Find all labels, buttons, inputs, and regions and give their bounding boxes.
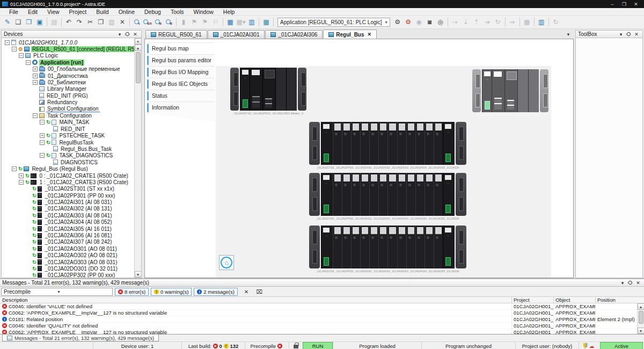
scroll-up-icon[interactable]: ▲ bbox=[135, 45, 142, 51]
io-module[interactable] bbox=[333, 226, 342, 268]
io-module[interactable] bbox=[342, 122, 351, 165]
io-module[interactable] bbox=[369, 226, 378, 268]
io-module[interactable] bbox=[415, 173, 425, 216]
term-module[interactable] bbox=[472, 69, 481, 112]
tree-item[interactable]: −Task Configuration bbox=[3, 112, 134, 119]
tree-item[interactable]: −↻TASK_DIAGNOSTICS bbox=[3, 152, 134, 159]
devices-dropdown-icon[interactable]: ▾ bbox=[116, 32, 123, 37]
tree-item[interactable]: DIAGNOSTICS bbox=[3, 159, 134, 165]
step-over-icon[interactable]: ⇢ bbox=[450, 17, 460, 27]
io-module[interactable] bbox=[378, 122, 387, 165]
io-module[interactable] bbox=[333, 173, 342, 216]
menu-file[interactable]: File bbox=[4, 9, 23, 15]
io-module[interactable] bbox=[360, 173, 369, 216]
rack-3[interactable]: _01CJA02ST301 _01CJA02PP301 _01CJA02AI30… bbox=[308, 173, 467, 220]
column-project[interactable]: Project bbox=[511, 297, 553, 303]
restore-button[interactable]: ❐ bbox=[618, 2, 630, 7]
pp-module[interactable] bbox=[482, 69, 492, 112]
cut-icon[interactable]: ✂ bbox=[85, 17, 95, 27]
print-icon[interactable]: ▤ bbox=[49, 17, 59, 27]
devices-scrollbar[interactable]: ▾ ▲ ▼ bbox=[134, 38, 141, 278]
filter-error-button[interactable]: ✕8 error(s) bbox=[115, 288, 149, 296]
tree-item[interactable]: −⚙REGUL_R500_61 [connected] (REGUL R500 … bbox=[3, 46, 134, 52]
busnav-regul-bus-map[interactable]: Regul bus map bbox=[147, 42, 215, 54]
menu-edit[interactable]: Edit bbox=[23, 9, 42, 15]
tree-item[interactable]: ↻_01CJA02AI302 (AI 08 131) bbox=[3, 206, 134, 212]
tree-item[interactable]: ↻_01CJA02AI307 (AI 08 242) bbox=[3, 239, 134, 245]
tree-item[interactable]: ↻_01CJA02AO303 (AO 08 031) bbox=[3, 259, 134, 265]
find-replace-project-icon[interactable]: ER bbox=[143, 17, 152, 27]
io-module[interactable] bbox=[351, 226, 360, 268]
tree-item[interactable]: −Application [run] bbox=[3, 59, 134, 66]
io-module[interactable] bbox=[434, 173, 443, 216]
devices-close-icon[interactable]: ✕ bbox=[131, 32, 139, 37]
pp-module[interactable] bbox=[443, 226, 455, 268]
tree-item[interactable]: +01_Диагностика bbox=[3, 72, 134, 79]
cart-icon[interactable]: ▥ bbox=[537, 17, 546, 27]
messages-scrollbar[interactable]: ▲ ▼ bbox=[637, 303, 644, 334]
tree-item[interactable]: RED_INIT (PRG) bbox=[3, 92, 134, 99]
scr-module[interactable] bbox=[504, 69, 517, 112]
menu-help[interactable]: Help bbox=[218, 9, 240, 15]
login-gear-icon[interactable]: ⚙ bbox=[393, 17, 402, 27]
expander-icon[interactable]: − bbox=[12, 47, 17, 52]
devices-pin-icon[interactable] bbox=[125, 32, 130, 37]
bookmark-icon[interactable]: ▮ bbox=[179, 17, 188, 27]
expander-icon[interactable]: − bbox=[5, 40, 10, 45]
tree-item[interactable]: −01CJA02GH001_1.7.0.0 bbox=[3, 39, 134, 46]
pp-module[interactable] bbox=[443, 122, 455, 165]
prev-bookmark-icon[interactable]: ⚑ bbox=[189, 17, 199, 27]
messages-dropdown-icon[interactable]: ▾ bbox=[619, 280, 626, 286]
busnav-information[interactable]: Information bbox=[147, 101, 215, 113]
column-description[interactable]: Description bbox=[0, 297, 511, 303]
cpu-module[interactable] bbox=[250, 68, 262, 111]
pp-module[interactable] bbox=[321, 173, 333, 216]
cpu-module[interactable] bbox=[492, 69, 504, 112]
io-module[interactable] bbox=[425, 226, 434, 268]
close-button[interactable]: ✕ bbox=[630, 2, 642, 7]
toolbox-close-icon[interactable]: ✕ bbox=[633, 32, 640, 37]
copy-icon[interactable]: ❐ bbox=[96, 17, 106, 27]
term-module[interactable] bbox=[298, 68, 306, 111]
messages-pin-icon[interactable] bbox=[628, 280, 633, 286]
tree-item[interactable]: ↻_01CJA02AI304 (AI 08 052) bbox=[3, 219, 134, 226]
expander-icon[interactable]: − bbox=[40, 120, 45, 125]
rack-2[interactable]: _01CJA02ST301 _01CJA02PP301 _01CJA02AI30… bbox=[308, 122, 467, 169]
io-module[interactable] bbox=[351, 122, 360, 165]
tree-item[interactable]: Library Manager bbox=[3, 86, 134, 92]
undo-icon[interactable]: ↶ bbox=[64, 17, 74, 27]
replace-project-icon[interactable]: R bbox=[164, 17, 174, 27]
io-module[interactable] bbox=[397, 226, 406, 268]
expander-icon[interactable]: − bbox=[33, 113, 38, 118]
io-module[interactable] bbox=[397, 173, 406, 216]
tab-regul_bus[interactable]: Regul_Bus✕ bbox=[323, 30, 377, 39]
io-module[interactable] bbox=[415, 226, 425, 268]
tree-item[interactable]: −↻MAIN_TASK bbox=[3, 119, 134, 126]
home-button[interactable]: ⌂ bbox=[219, 255, 234, 270]
scroll-down-icon[interactable]: ▼ bbox=[135, 271, 142, 278]
paste-icon[interactable]: ▨ bbox=[107, 17, 116, 27]
pp-module[interactable] bbox=[321, 122, 333, 165]
io-module[interactable] bbox=[415, 122, 425, 165]
tab-_01cja02ai301[interactable]: _01CJA02AI301 bbox=[208, 30, 265, 39]
io-module[interactable] bbox=[387, 122, 397, 165]
build-icon[interactable]: ▦ bbox=[225, 17, 235, 27]
busnav-status[interactable]: Status bbox=[147, 90, 215, 101]
term-module[interactable] bbox=[456, 226, 466, 268]
expander-icon[interactable]: + bbox=[33, 80, 38, 85]
expander-icon[interactable]: − bbox=[26, 60, 31, 65]
busnav-regul-bus-i-o-mapping[interactable]: Regul Bus I/O Mapping bbox=[147, 66, 215, 78]
message-row[interactable]: ✕C0046: Identifier 'VALUE' not defined01… bbox=[0, 303, 637, 310]
io-module[interactable] bbox=[378, 173, 387, 216]
rack-1[interactable]: _01CJA02ST201 _01CJA02PP201 _01CJA02CH00… bbox=[471, 69, 550, 117]
expander-icon[interactable]: + bbox=[40, 133, 45, 138]
io-module[interactable] bbox=[406, 122, 415, 165]
io-module[interactable] bbox=[342, 226, 351, 268]
io-module[interactable] bbox=[369, 122, 378, 165]
delete-all-messages-icon[interactable]: ⌧ bbox=[255, 289, 264, 295]
term-module[interactable] bbox=[230, 68, 239, 111]
scroll-thumb[interactable] bbox=[136, 52, 141, 83]
io-module[interactable] bbox=[351, 173, 360, 216]
tabstrip-dropdown-icon[interactable]: ▼ bbox=[566, 32, 570, 37]
messages-scroll-thumb[interactable] bbox=[639, 311, 643, 324]
